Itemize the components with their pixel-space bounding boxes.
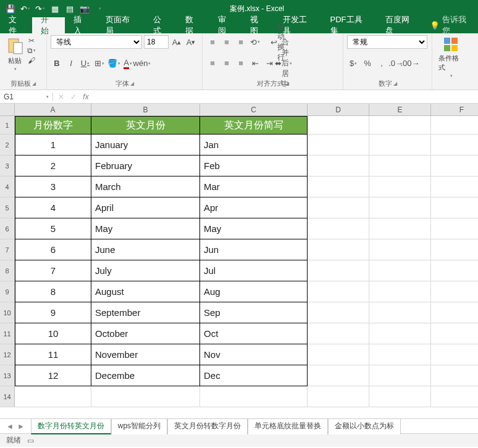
indent-dec-icon[interactable]: ⇤	[249, 57, 261, 70]
cell[interactable]: May	[91, 218, 200, 239]
sheet-tab[interactable]: 单元格底纹批量替换	[248, 418, 328, 434]
fill-color-button[interactable]: 🪣▾	[107, 57, 120, 70]
cell[interactable]: 5	[15, 218, 91, 239]
cancel-formula-icon[interactable]: ✕	[56, 93, 67, 101]
col-header-F[interactable]: F	[431, 104, 478, 116]
phonetic-button[interactable]: wén▾	[136, 57, 148, 70]
cell[interactable]	[431, 302, 478, 323]
align-middle-icon[interactable]: ≡	[220, 36, 233, 48]
percent-icon[interactable]: %	[361, 57, 374, 70]
conditional-format-button[interactable]: 条件格式▾	[436, 35, 466, 80]
open-icon[interactable]: ▤	[63, 2, 77, 15]
cell[interactable]	[308, 386, 369, 407]
col-header-D[interactable]: D	[308, 104, 369, 116]
cell[interactable]: May	[200, 218, 308, 239]
cell[interactable]: Sep	[200, 302, 308, 323]
cell[interactable]	[308, 344, 369, 365]
cell[interactable]	[369, 135, 431, 156]
cell[interactable]	[369, 260, 431, 281]
cell[interactable]: March	[91, 176, 200, 197]
name-box[interactable]: G1▾	[0, 93, 53, 101]
row-header-10[interactable]: 10	[0, 302, 15, 323]
select-all-corner[interactable]	[0, 104, 15, 116]
redo-icon[interactable]: ↷▾	[33, 2, 47, 15]
qat-customize-icon[interactable]: ▾	[93, 2, 106, 15]
cell[interactable]	[369, 344, 431, 365]
cell[interactable]: September	[91, 302, 200, 323]
cell[interactable]: January	[91, 135, 200, 156]
align-top-icon[interactable]: ≡	[206, 36, 219, 48]
sheet-tab[interactable]: wps智能分列	[111, 418, 167, 434]
cell[interactable]: November	[91, 344, 200, 365]
cell[interactable]	[431, 218, 478, 239]
accept-formula-icon[interactable]: ✓	[68, 93, 79, 101]
cell[interactable]: 8	[15, 281, 91, 302]
cell[interactable]	[369, 365, 431, 386]
tell-me[interactable]: 💡 告诉我您	[424, 17, 478, 33]
tab-baidu[interactable]: 百度网盘	[377, 17, 424, 33]
bold-button[interactable]: B	[51, 57, 63, 70]
cell[interactable]: Jan	[200, 135, 308, 156]
cell[interactable]: June	[91, 239, 200, 260]
table-header-cell[interactable]: 英文月份简写	[200, 116, 308, 135]
decrease-font-icon[interactable]: A▾	[185, 36, 197, 48]
cell[interactable]	[369, 176, 431, 197]
cell[interactable]: 3	[15, 176, 91, 197]
cell[interactable]	[369, 239, 431, 260]
font-color-button[interactable]: A▾	[122, 57, 134, 70]
tab-layout[interactable]: 页面布局	[97, 17, 145, 33]
cell[interactable]: October	[91, 323, 200, 344]
cell[interactable]	[308, 135, 369, 156]
table-header-cell[interactable]: 月份数字	[15, 116, 91, 135]
cell[interactable]	[15, 386, 91, 407]
table-header-cell[interactable]: 英文月份	[91, 116, 200, 135]
formula-input[interactable]	[94, 91, 478, 103]
col-header-C[interactable]: C	[200, 104, 308, 116]
decrease-decimal-icon[interactable]: .00→	[404, 57, 416, 70]
cell[interactable]: 2	[15, 156, 91, 176]
cell[interactable]	[308, 302, 369, 323]
row-header-6[interactable]: 6	[0, 218, 15, 239]
row-header-11[interactable]: 11	[0, 323, 15, 344]
cell[interactable]	[308, 365, 369, 386]
cell[interactable]	[308, 197, 369, 218]
row-header-8[interactable]: 8	[0, 260, 15, 281]
macro-record-icon[interactable]: ▭	[27, 436, 34, 445]
cell[interactable]	[431, 135, 478, 156]
merge-center-button[interactable]: ⬌ 合并后居中▾	[277, 57, 290, 70]
tab-file[interactable]: 文件	[0, 17, 32, 33]
col-header-A[interactable]: A	[15, 104, 91, 116]
row-header-12[interactable]: 12	[0, 344, 15, 365]
row-header-9[interactable]: 9	[0, 281, 15, 302]
cell[interactable]	[308, 156, 369, 176]
align-left-icon[interactable]: ≡	[206, 57, 219, 70]
cell[interactable]: 6	[15, 239, 91, 260]
row-header-7[interactable]: 7	[0, 239, 15, 260]
cell[interactable]	[431, 281, 478, 302]
cell[interactable]	[308, 281, 369, 302]
font-size-input[interactable]	[144, 35, 169, 49]
sheet-tab[interactable]: 数字月份转英文月份	[31, 418, 111, 434]
align-center-icon[interactable]: ≡	[220, 57, 233, 70]
increase-font-icon[interactable]: A▴	[170, 36, 183, 48]
cell[interactable]	[308, 176, 369, 197]
row-header-14[interactable]: 14	[0, 386, 15, 407]
cell[interactable]	[308, 323, 369, 344]
cell[interactable]: Dec	[200, 365, 308, 386]
row-header-5[interactable]: 5	[0, 197, 15, 218]
tab-home[interactable]: 开始	[32, 17, 64, 33]
cell[interactable]: Aug	[200, 281, 308, 302]
cell[interactable]	[200, 386, 308, 407]
fx-icon[interactable]: fx	[80, 93, 91, 101]
cell[interactable]	[369, 323, 431, 344]
tab-view[interactable]: 视图	[241, 17, 274, 33]
cell[interactable]: April	[91, 197, 200, 218]
cell[interactable]	[369, 281, 431, 302]
cell[interactable]	[431, 239, 478, 260]
cell[interactable]: Jul	[200, 260, 308, 281]
col-header-B[interactable]: B	[91, 104, 200, 116]
sheet-tab[interactable]: 金额以小数点为标	[328, 418, 401, 434]
cell[interactable]	[369, 197, 431, 218]
cell[interactable]: July	[91, 260, 200, 281]
cell[interactable]: 9	[15, 302, 91, 323]
